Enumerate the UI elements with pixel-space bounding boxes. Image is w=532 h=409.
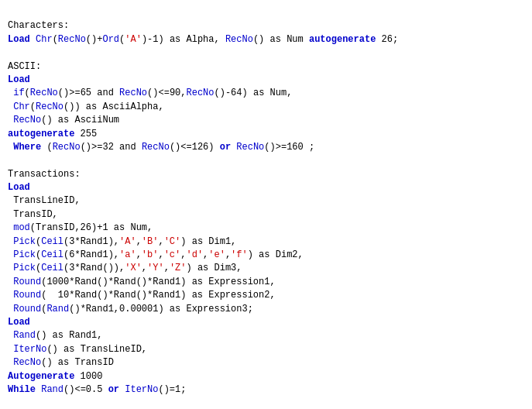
code-line: autogenerate 255 xyxy=(8,129,97,139)
code-line: RecNo() as TransID xyxy=(8,357,114,368)
code-line: Round(1000*Rand()*Rand()*Rand1) as Expre… xyxy=(8,277,276,287)
code-line: Pick(Ceil(3*Rand()),'X','Y','Z') as Dim3… xyxy=(8,263,242,273)
section-label: Characters: xyxy=(8,20,69,31)
code-line: TransID, xyxy=(8,209,58,220)
code-line: While Rand()<=0.5 or IterNo()=1; xyxy=(8,384,186,395)
code-line: Pick(Ceil(3*Rand1),'A','B','C') as Dim1, xyxy=(8,236,236,247)
code-line: TransLineID, xyxy=(8,195,81,206)
code-line: Load xyxy=(8,317,30,328)
code-line: RecNo() as AsciiNum xyxy=(8,115,119,125)
code-line: Where (RecNo()>=32 and RecNo()<=126) or … xyxy=(8,142,314,153)
code-line: Autogenerate 1000 xyxy=(8,371,102,382)
code-line: Load Chr(RecNo()+Ord('A')-1) as Alpha, R… xyxy=(8,34,398,45)
code-line: Chr(RecNo()) as AsciiAlpha, xyxy=(8,101,164,112)
code-line: Pick(Ceil(6*Rand1),'a','b','c','d','e','… xyxy=(8,249,304,260)
code-line: Load xyxy=(8,74,30,85)
code-line: Transactions: xyxy=(8,169,81,180)
code-line: if(RecNo()>=65 and RecNo()<=90,RecNo()-6… xyxy=(8,88,292,98)
code-line: Round(Rand()*Rand1,0.00001) as Expressio… xyxy=(8,304,253,314)
code-editor: Characters: Load Chr(RecNo()+Ord('A')-1)… xyxy=(8,6,524,409)
code-line: mod(TransID,26)+1 as Num, xyxy=(8,222,153,233)
code-line: ASCII: xyxy=(8,61,41,72)
code-line: Rand() as Rand1, xyxy=(8,330,102,341)
code-line: IterNo() as TransLineID, xyxy=(8,344,147,355)
code-line: Round( 10*Rand()*Rand()*Rand1) as Expres… xyxy=(8,290,276,301)
code-line: Load xyxy=(8,182,30,193)
